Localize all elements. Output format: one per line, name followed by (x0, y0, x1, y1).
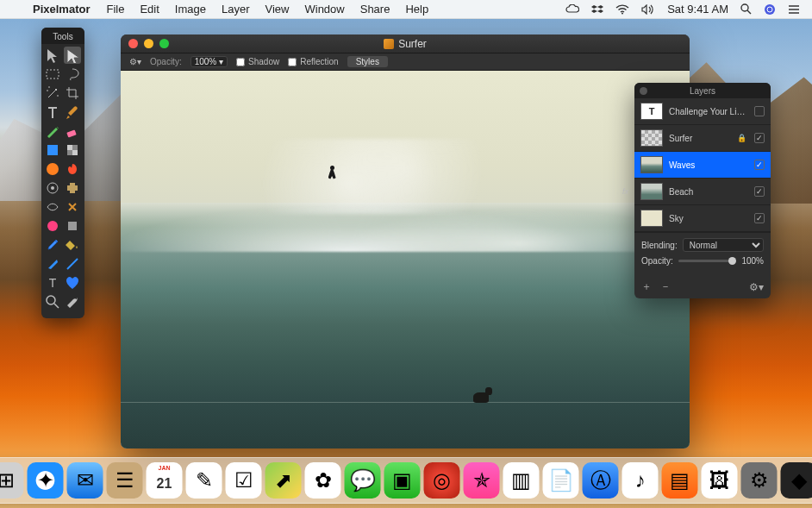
menu-layer[interactable]: Layer (214, 3, 258, 16)
tool-pen[interactable] (44, 255, 61, 273)
tool-lasso[interactable] (64, 66, 81, 83)
tool-shape-circle[interactable] (44, 217, 61, 235)
dock-numbers[interactable]: ▥ (503, 462, 540, 499)
dock-pages[interactable]: 📄 (543, 462, 579, 499)
tool-pinch[interactable] (64, 198, 81, 216)
remove-layer-button[interactable]: － (660, 279, 671, 294)
svg-rect-18 (68, 222, 77, 230)
window-zoom-button[interactable] (159, 39, 169, 48)
tool-color-fill[interactable] (44, 141, 61, 159)
tool-move[interactable] (44, 47, 61, 64)
menu-file[interactable]: File (98, 3, 132, 16)
toolbar-opacity-field[interactable]: 100% ▾ (191, 56, 228, 67)
dock-ibooks[interactable]: ▤ (662, 462, 698, 499)
tool-line[interactable] (64, 255, 81, 273)
dock-calendar[interactable]: JAN21 (147, 462, 183, 499)
layers-panel-header[interactable]: Layers (634, 83, 771, 98)
layer-row[interactable]: Sky (634, 205, 771, 232)
dock-maps[interactable]: ⬈ (265, 462, 302, 499)
tool-type-vertical[interactable] (44, 103, 61, 121)
volume-icon[interactable] (641, 4, 655, 15)
layer-visibility-checkbox[interactable] (754, 106, 765, 116)
layer-visibility-checkbox[interactable] (754, 133, 765, 143)
toolbar-styles-button[interactable]: Styles (347, 56, 388, 67)
dock-facetime[interactable]: ▣ (384, 462, 421, 499)
layer-opacity-value: 100% (741, 256, 764, 266)
dock-reminders[interactable]: ☑ (226, 462, 262, 499)
tool-pattern[interactable] (64, 141, 81, 159)
menu-share[interactable]: Share (353, 3, 398, 16)
svg-point-14 (47, 163, 59, 175)
dock-launchpad[interactable]: ⊞ (0, 462, 24, 499)
siri-icon[interactable] (764, 3, 776, 16)
tool-heal[interactable] (64, 179, 81, 197)
cloud-icon[interactable] (565, 4, 579, 15)
layers-close-button[interactable] (640, 87, 647, 95)
layer-row[interactable]: Surfer 🔒 (634, 125, 771, 152)
dock-photos[interactable]: ✿ (305, 462, 341, 499)
dock-appstore[interactable]: Ⓐ (583, 462, 619, 499)
window-minimize-button[interactable] (144, 39, 153, 48)
dock-contacts[interactable]: ☰ (107, 462, 143, 499)
layer-opacity-slider[interactable] (678, 260, 737, 262)
tool-eyedropper[interactable] (44, 236, 61, 254)
dock-photobooth[interactable]: ◎ (424, 462, 460, 499)
layer-row[interactable]: T Challenge Your Limits... (634, 98, 771, 125)
dock-itunes-alt[interactable]: ✯ (464, 462, 500, 499)
dock-preferences[interactable]: ⚙ (741, 462, 778, 499)
tool-bucket[interactable] (64, 236, 81, 254)
tool-heart[interactable] (64, 274, 81, 292)
layer-visibility-checkbox[interactable] (754, 186, 765, 197)
window-close-button[interactable] (128, 39, 138, 48)
tool-shape-square[interactable] (64, 217, 81, 235)
toolbar-gear-icon[interactable]: ⚙▾ (129, 57, 141, 66)
dock-pixelmator[interactable]: ◆ (781, 462, 813, 499)
add-layer-button[interactable]: ＋ (641, 279, 652, 294)
tool-magic-wand[interactable] (44, 85, 61, 102)
menubar-clock[interactable]: Sat 9:41 AM (667, 3, 728, 16)
svg-rect-9 (66, 129, 76, 137)
menu-image[interactable]: Image (167, 3, 214, 16)
tool-clone[interactable] (44, 179, 61, 197)
dock-preview[interactable]: 🖼 (702, 462, 738, 499)
notification-center-icon[interactable] (788, 4, 800, 15)
tool-hand[interactable] (64, 293, 81, 310)
tool-rect-marquee[interactable] (44, 66, 61, 83)
menubar: Pixelmator FileEditImageLayerViewWindowS… (0, 0, 812, 19)
tool-pencil[interactable] (44, 122, 61, 140)
tool-text[interactable]: T (44, 274, 61, 292)
dock-messages[interactable]: 💬 (345, 462, 381, 499)
wifi-icon[interactable] (615, 4, 629, 15)
spotlight-icon[interactable] (740, 3, 752, 15)
window-titlebar[interactable]: Surfer (121, 34, 690, 53)
menu-edit[interactable]: Edit (132, 3, 166, 16)
layer-visibility-checkbox[interactable] (754, 213, 765, 223)
dock-mail[interactable]: ✉ (67, 462, 103, 499)
blending-select[interactable]: Normal (683, 238, 764, 252)
layer-visibility-checkbox[interactable] (754, 160, 765, 170)
menu-window[interactable]: Window (297, 3, 352, 16)
dock-notes[interactable]: ✎ (186, 462, 222, 499)
tool-gradient[interactable] (44, 160, 61, 178)
dock-itunes[interactable]: ♪ (622, 462, 659, 499)
menu-help[interactable]: Help (397, 3, 436, 16)
layer-row[interactable]: fx Beach (634, 179, 771, 205)
dock-safari[interactable]: ✦ (28, 462, 64, 499)
tool-zoom[interactable] (44, 293, 61, 310)
toolbar-shadow-checkbox[interactable]: Shadow (236, 57, 279, 66)
tool-crop[interactable] (64, 85, 81, 102)
tool-paintbrush[interactable] (64, 103, 81, 121)
layers-gear-menu[interactable]: ⚙▾ (749, 281, 764, 293)
layer-row[interactable]: Waves (634, 152, 771, 179)
canvas-surfer-figure (326, 166, 340, 181)
tools-panel: Tools T (41, 28, 84, 318)
menu-view[interactable]: View (258, 3, 297, 16)
dropbox-icon[interactable] (591, 4, 603, 15)
app-menu[interactable]: Pixelmator (24, 3, 98, 16)
tool-warp[interactable] (44, 198, 61, 216)
tool-eraser[interactable] (64, 122, 81, 140)
document-canvas[interactable] (121, 71, 690, 448)
toolbar-reflection-checkbox[interactable]: Reflection (288, 57, 338, 66)
tool-arrow-select[interactable] (64, 47, 81, 64)
tool-smudge[interactable] (64, 160, 81, 178)
